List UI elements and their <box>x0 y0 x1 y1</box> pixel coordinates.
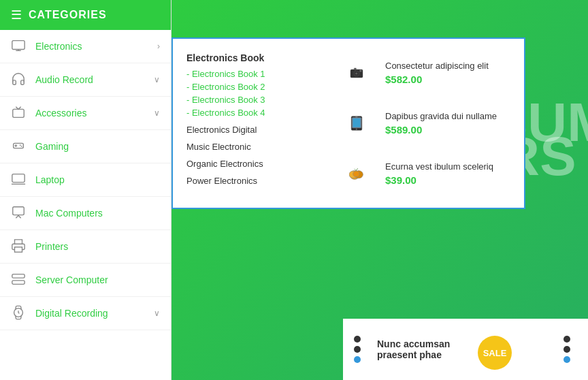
chevron-down-icon-2: ∨ <box>154 108 160 118</box>
sidebar-item-printers[interactable]: Printers › <box>0 230 171 264</box>
product-img-fruit <box>336 153 377 194</box>
dot-r2 <box>564 346 570 353</box>
svg-point-7 <box>21 146 22 147</box>
book-link-2[interactable]: - Electronics Book 2 <box>186 82 323 92</box>
sidebar-item-laptop-label: Laptop <box>35 174 157 185</box>
sidebar-item-audio-label: Audio Record <box>35 74 154 85</box>
bottom-text-area: Nunc accumsan praesent phae <box>377 338 460 360</box>
svg-rect-3 <box>13 109 24 117</box>
chevron-down-icon-3: ∨ <box>154 308 160 318</box>
svg-rect-13 <box>12 281 24 285</box>
svg-rect-11 <box>15 247 22 252</box>
sale-area: SALE <box>471 326 553 373</box>
chevron-down-icon: ∨ <box>154 75 160 84</box>
sidebar-item-accessories[interactable]: Accessories ∨ <box>0 97 171 130</box>
sub-category-1[interactable]: Electronics Digital <box>186 125 323 135</box>
dropdown-section-title: Electronics Book <box>186 52 323 63</box>
product-img-tablet <box>336 103 377 144</box>
hamburger-icon[interactable]: ☰ <box>11 7 22 22</box>
dropdown-panel: Electronics Book - Electronics Book 1 - … <box>172 37 525 209</box>
product-price-2: $589.00 <box>385 124 497 136</box>
product-info-1: Consectetur adipiscing elit $582.00 <box>385 61 489 85</box>
laptop-icon <box>11 172 27 188</box>
sidebar-title: CATEGORIES <box>29 9 107 21</box>
dot-2 <box>354 346 361 353</box>
dropdown-products: Consectetur adipiscing elit $582.00 <box>336 52 510 194</box>
svg-point-26 <box>356 129 357 130</box>
sidebar-item-gaming-label: Gaming <box>35 141 157 152</box>
sidebar-item-electronics-label: Electronics <box>35 41 157 52</box>
sidebar-item-mac-computers[interactable]: Mac Computers › <box>0 197 171 230</box>
sidebar-item-electronics[interactable]: Electronics › <box>0 30 171 63</box>
main-content: SUM ERS Electronics Book - Electronics B… <box>172 0 588 380</box>
dot-3 <box>354 356 361 363</box>
mac-icon <box>11 205 27 221</box>
sidebar-item-mac-label: Mac Computers <box>35 208 157 219</box>
product-item-1: Consectetur adipiscing elit $582.00 <box>336 52 510 93</box>
svg-rect-10 <box>13 207 24 215</box>
product-name-1: Consectetur adipiscing elit <box>385 61 489 71</box>
sub-category-2[interactable]: Music Electronic <box>186 142 323 152</box>
sale-badge: SALE <box>478 336 512 370</box>
electronics-icon <box>11 38 27 54</box>
dropdown-left: Electronics Book - Electronics Book 1 - … <box>186 52 323 194</box>
svg-rect-27 <box>355 117 357 118</box>
sidebar: ☰ CATEGORIES Electronics › Audio Record … <box>0 0 172 380</box>
printer-icon <box>11 238 27 255</box>
svg-rect-25 <box>353 118 361 127</box>
sidebar-item-accessories-label: Accessories <box>35 108 154 118</box>
accessories-icon <box>11 105 27 121</box>
product-img-camera <box>336 52 377 93</box>
book-link-1[interactable]: - Electronics Book 1 <box>186 69 323 79</box>
pagination-dots-right <box>564 336 570 363</box>
svg-point-6 <box>20 144 21 146</box>
product-name-2: Dapibus gravida dui nullame <box>385 111 497 121</box>
sidebar-item-server-label: Server Computer <box>35 274 157 285</box>
svg-rect-12 <box>12 274 24 279</box>
chevron-right-icon: › <box>157 42 160 51</box>
sub-category-3[interactable]: Organic Electronics <box>186 159 323 169</box>
svg-point-20 <box>356 73 357 74</box>
sidebar-item-audio-record[interactable]: Audio Record ∨ <box>0 63 171 97</box>
book-link-3[interactable]: - Electronics Book 3 <box>186 95 323 105</box>
sidebar-item-laptop[interactable]: Laptop › <box>0 163 171 197</box>
sidebar-item-printers-label: Printers <box>35 241 157 252</box>
book-link-4[interactable]: - Electronics Book 4 <box>186 108 323 118</box>
bottom-slider: Nunc accumsan praesent phae SALE <box>343 319 588 380</box>
product-info-3: Ecurna vest ibulum sceleriq $39.00 <box>385 161 493 186</box>
svg-rect-8 <box>12 174 24 183</box>
sidebar-item-server-computer[interactable]: Server Computer › <box>0 264 171 297</box>
sub-category-4[interactable]: Power Electronics <box>186 176 323 186</box>
svg-point-31 <box>353 171 360 177</box>
sidebar-item-digital-label: Digital Recording <box>35 308 154 319</box>
product-item-2: Dapibus gravida dui nullame $589.00 <box>336 103 510 144</box>
product-info-2: Dapibus gravida dui nullame $589.00 <box>385 111 497 136</box>
product-price-1: $582.00 <box>385 74 489 85</box>
headphone-icon <box>11 72 27 88</box>
svg-rect-0 <box>12 41 24 50</box>
sidebar-header: ☰ CATEGORIES <box>0 0 171 30</box>
dot-r1 <box>564 336 570 343</box>
dot-1 <box>354 336 361 343</box>
pagination-dots-left <box>354 336 361 363</box>
server-icon <box>11 272 27 288</box>
product-item-3: Ecurna vest ibulum sceleriq $39.00 <box>336 153 510 194</box>
sidebar-item-gaming[interactable]: Gaming › <box>0 130 171 163</box>
svg-point-22 <box>360 70 361 72</box>
watch-icon <box>11 305 27 321</box>
product-price-3: $39.00 <box>385 174 493 186</box>
svg-rect-21 <box>354 68 356 69</box>
gaming-icon <box>11 138 27 155</box>
dot-r3 <box>564 356 570 363</box>
product-name-3: Ecurna vest ibulum sceleriq <box>385 161 493 172</box>
bottom-title: Nunc accumsan praesent phae <box>377 338 460 360</box>
sidebar-item-digital-recording[interactable]: Digital Recording ∨ <box>0 297 171 330</box>
